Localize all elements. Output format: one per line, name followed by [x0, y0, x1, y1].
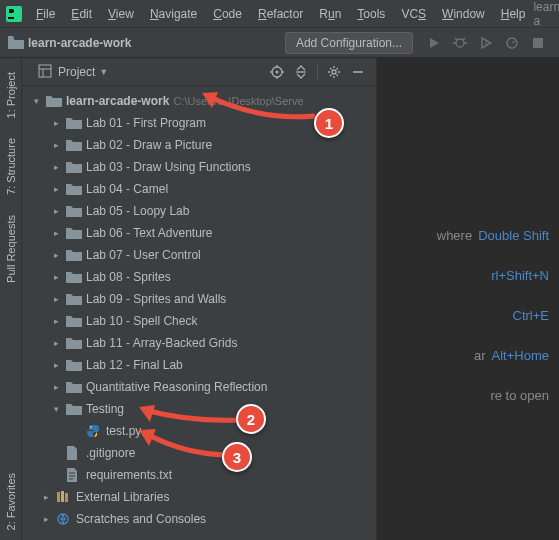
menu-edit[interactable]: Edit: [63, 0, 100, 28]
svg-rect-0: [6, 6, 22, 22]
tree-file-test-py[interactable]: test.py: [22, 420, 376, 442]
separator: [317, 64, 318, 80]
library-icon: [56, 490, 72, 504]
tree-folder[interactable]: ▸Lab 03 - Draw Using Functions: [22, 156, 376, 178]
chevron-right-icon[interactable]: ▸: [50, 228, 62, 238]
tree-folder[interactable]: ▸Lab 01 - First Program: [22, 112, 376, 134]
menu-vcs[interactable]: VCS: [393, 0, 434, 28]
project-tree[interactable]: ▾ learn-arcade-work C:\Users\...\Desktop…: [22, 86, 376, 540]
rail-tab-favorites[interactable]: 2: Favorites: [5, 463, 17, 540]
hide-icon[interactable]: [348, 62, 368, 82]
expand-all-icon[interactable]: [291, 62, 311, 82]
chevron-right-icon[interactable]: ▸: [50, 118, 62, 128]
hint-recent-files: Ctrl+E: [507, 308, 549, 323]
tree-folder[interactable]: ▸Lab 06 - Text Adventure: [22, 222, 376, 244]
svg-rect-34: [57, 492, 60, 502]
left-tool-rail: 1: Project 7: Structure Pull Requests 2:…: [0, 58, 22, 540]
menu-bar: FileEditViewNavigateCodeRefactorRunTools…: [0, 0, 559, 28]
locate-icon[interactable]: [267, 62, 287, 82]
editor-area: whereDouble Shift rl+Shift+N Ctrl+E arAl…: [377, 58, 559, 540]
rail-tab-pull-requests[interactable]: Pull Requests: [5, 205, 17, 293]
project-view-icon: [38, 64, 54, 80]
tree-folder[interactable]: ▸Lab 08 - Sprites: [22, 266, 376, 288]
menu-run[interactable]: Run: [311, 0, 349, 28]
project-panel-header: Project ▼: [22, 58, 376, 86]
svg-line-5: [455, 38, 457, 40]
chevron-right-icon[interactable]: ▸: [50, 382, 62, 392]
tree-folder[interactable]: ▸Lab 02 - Draw a Picture: [22, 134, 376, 156]
folder-icon: [66, 248, 82, 262]
chevron-down-icon[interactable]: ▼: [99, 67, 108, 77]
tree-folder-testing[interactable]: ▾ Testing: [22, 398, 376, 420]
rail-tab-structure[interactable]: 7: Structure: [5, 128, 17, 205]
tree-folder[interactable]: ▸Lab 10 - Spell Check: [22, 310, 376, 332]
tree-folder[interactable]: ▸Lab 09 - Sprites and Walls: [22, 288, 376, 310]
chevron-right-icon[interactable]: ▸: [50, 272, 62, 282]
breadcrumb[interactable]: learn-arcade-work: [28, 36, 131, 50]
svg-point-30: [90, 426, 92, 428]
chevron-right-icon[interactable]: ▸: [50, 250, 62, 260]
toolbar: learn-arcade-work Add Configuration...: [0, 28, 559, 58]
chevron-right-icon[interactable]: ▸: [50, 360, 62, 370]
chevron-down-icon[interactable]: ▾: [30, 96, 42, 106]
folder-icon: [66, 314, 82, 328]
menu-window[interactable]: Window: [434, 0, 493, 28]
hint-goto-file: rl+Shift+N: [485, 268, 549, 283]
tree-folder[interactable]: ▸Lab 11 - Array-Backed Grids: [22, 332, 376, 354]
svg-rect-36: [65, 493, 68, 502]
folder-icon: [66, 292, 82, 306]
profile-icon[interactable]: [501, 32, 523, 54]
chevron-right-icon[interactable]: ▸: [50, 338, 62, 348]
tree-file-requirements[interactable]: requirements.txt: [22, 464, 376, 486]
tree-root[interactable]: ▾ learn-arcade-work C:\Users\...\Desktop…: [22, 90, 376, 112]
tree-external-libraries[interactable]: ▸ External Libraries: [22, 486, 376, 508]
menu-view[interactable]: View: [100, 0, 142, 28]
chevron-right-icon[interactable]: ▸: [50, 316, 62, 326]
rail-tab-project[interactable]: 1: Project: [5, 62, 17, 128]
svg-point-14: [276, 70, 279, 73]
svg-rect-10: [39, 65, 51, 77]
svg-point-2: [456, 39, 464, 47]
stop-icon[interactable]: [527, 32, 549, 54]
debug-icon[interactable]: [449, 32, 471, 54]
menu-help[interactable]: Help: [493, 0, 534, 28]
chevron-right-icon[interactable]: ▸: [40, 492, 52, 502]
tree-root-label: learn-arcade-work: [66, 94, 169, 108]
menu-navigate[interactable]: Navigate: [142, 0, 205, 28]
folder-icon: [66, 204, 82, 218]
menu-code[interactable]: Code: [205, 0, 250, 28]
chevron-right-icon[interactable]: ▸: [50, 184, 62, 194]
svg-line-28: [337, 68, 339, 70]
menu-refactor[interactable]: Refactor: [250, 0, 311, 28]
tree-file-gitignore[interactable]: .gitignore: [22, 442, 376, 464]
tree-scratches[interactable]: ▸ Scratches and Consoles: [22, 508, 376, 530]
coverage-icon[interactable]: [475, 32, 497, 54]
menu-file[interactable]: File: [28, 0, 63, 28]
chevron-right-icon[interactable]: ▸: [50, 140, 62, 150]
folder-icon: [66, 270, 82, 284]
svg-line-6: [463, 38, 465, 40]
tree-folder[interactable]: ▸Lab 12 - Final Lab: [22, 354, 376, 376]
run-icon[interactable]: [423, 32, 445, 54]
python-file-icon: [86, 424, 102, 438]
tree-folder[interactable]: ▸Lab 04 - Camel: [22, 178, 376, 200]
scratches-icon: [56, 512, 72, 526]
project-panel-title[interactable]: Project: [58, 65, 95, 79]
tree-folder[interactable]: ▸Lab 05 - Loopy Lab: [22, 200, 376, 222]
gear-icon[interactable]: [324, 62, 344, 82]
menu-tools[interactable]: Tools: [349, 0, 393, 28]
folder-icon: [66, 336, 82, 350]
chevron-down-icon[interactable]: ▾: [50, 404, 62, 414]
add-configuration-button[interactable]: Add Configuration...: [285, 32, 413, 54]
hint-search-everywhere: whereDouble Shift: [437, 228, 549, 243]
svg-line-8: [512, 41, 515, 43]
chevron-right-icon[interactable]: ▸: [40, 514, 52, 524]
folder-icon: [66, 160, 82, 174]
chevron-right-icon[interactable]: ▸: [50, 206, 62, 216]
tree-folder[interactable]: ▸Lab 07 - User Control: [22, 244, 376, 266]
folder-icon: [66, 116, 82, 130]
svg-rect-35: [61, 491, 64, 502]
chevron-right-icon[interactable]: ▸: [50, 162, 62, 172]
chevron-right-icon[interactable]: ▸: [50, 294, 62, 304]
tree-folder[interactable]: ▸Quantitative Reasoning Reflection: [22, 376, 376, 398]
